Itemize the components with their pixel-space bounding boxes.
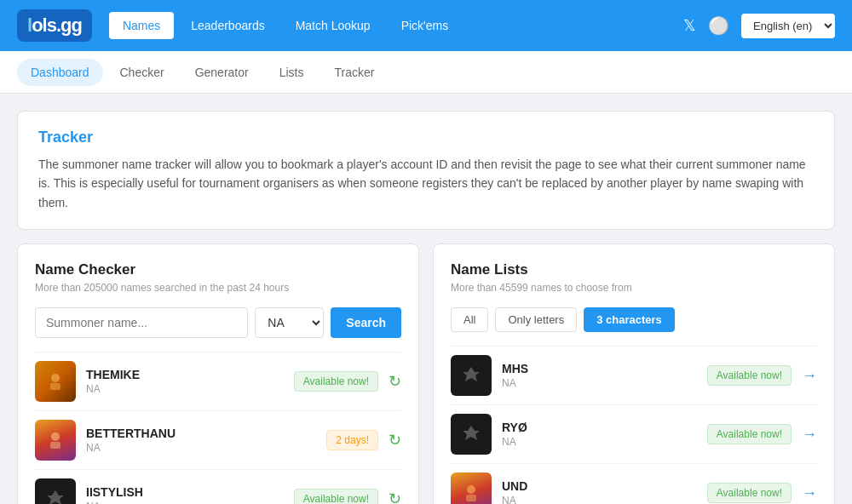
name-info-mhs: MHS NA	[502, 362, 697, 389]
reddit-icon[interactable]: ⚪	[708, 15, 729, 36]
status-available-themike: Available now!	[294, 371, 378, 392]
top-nav: lols.gg Names Leaderboards Match Lookup …	[0, 0, 852, 51]
nav-links: Names Leaderboards Match Lookup Pick'ems	[109, 12, 675, 39]
name-checker-item: IISTYLISH NA Available now! ↻	[35, 469, 401, 504]
tracker-title: Tracker	[38, 129, 814, 146]
subnav-lists[interactable]: Lists	[266, 59, 318, 86]
filter-row: All Only letters 3 characters	[451, 307, 817, 332]
name-region-ryo: NA	[502, 436, 697, 448]
name-info-betterthanu: BETTERTHANU NA	[86, 427, 316, 454]
name-checker-subtitle: More than 205000 names searched in the p…	[35, 282, 401, 294]
status-available-iistylish: Available now!	[294, 489, 378, 504]
nav-pickems[interactable]: Pick'ems	[388, 12, 463, 39]
name-text-und: UND	[502, 479, 697, 493]
sub-nav: Dashboard Checker Generator Lists Tracke…	[0, 51, 852, 94]
search-button[interactable]: Search	[331, 307, 401, 338]
subnav-tracker[interactable]: Tracker	[320, 59, 388, 86]
svg-point-2	[51, 432, 60, 441]
champion-avatar-themike	[35, 361, 76, 402]
name-lists-panel: Name Lists More than 45599 names to choo…	[433, 243, 835, 504]
champion-avatar-mhs	[451, 355, 492, 396]
svg-rect-1	[50, 383, 60, 390]
name-info-iistylish: IISTYLISH NA	[86, 485, 284, 504]
filter-only-letters[interactable]: Only letters	[495, 307, 577, 332]
champion-avatar-ryo	[451, 414, 492, 455]
champion-avatar-und	[451, 472, 492, 504]
name-text-mhs: MHS	[502, 362, 697, 375]
name-checker-item: BETTERTHANU NA 2 days! ↻	[35, 410, 401, 469]
refresh-icon-betterthanu[interactable]: ↻	[389, 431, 401, 450]
name-checker-item: THEMIKE NA Available now! ↻	[35, 352, 401, 410]
name-region-mhs: NA	[502, 377, 697, 389]
name-region-und: NA	[502, 495, 697, 504]
main-content: Tracker The summoner name tracker will a…	[0, 94, 852, 504]
svg-rect-3	[50, 442, 60, 449]
arrow-icon-mhs[interactable]: →	[802, 367, 817, 385]
name-list-item: RYØ NA Available now! →	[451, 404, 817, 463]
champion-avatar-betterthanu	[35, 420, 76, 461]
name-checker-search-row: NA EUW EUNE KR Search	[35, 307, 401, 338]
name-region-betterthanu: NA	[86, 442, 316, 454]
refresh-icon-themike[interactable]: ↻	[389, 372, 401, 391]
arrow-icon-und[interactable]: →	[802, 484, 817, 502]
name-info-ryo: RYØ NA	[502, 421, 697, 448]
tracker-description: The summoner name tracker will allow you…	[38, 155, 814, 212]
subnav-dashboard[interactable]: Dashboard	[17, 59, 103, 86]
filter-3-characters[interactable]: 3 characters	[584, 307, 675, 332]
status-available-ryo: Available now!	[707, 424, 792, 444]
name-lists-title: Name Lists	[451, 261, 817, 278]
nav-names[interactable]: Names	[109, 12, 174, 39]
nav-match-lookup[interactable]: Match Lookup	[282, 12, 384, 39]
language-select[interactable]: English (en)	[741, 14, 835, 38]
status-available-mhs: Available now!	[707, 365, 792, 386]
summoner-name-input[interactable]	[35, 307, 248, 338]
arrow-icon-ryo[interactable]: →	[802, 426, 817, 444]
name-checker-title: Name Checker	[35, 261, 401, 278]
status-available-und: Available now!	[707, 483, 792, 503]
name-text-betterthanu: BETTERTHANU	[86, 427, 316, 440]
site-logo[interactable]: lols.gg	[17, 9, 92, 42]
name-checker-panel: Name Checker More than 205000 names sear…	[17, 243, 419, 504]
refresh-icon-iistylish[interactable]: ↻	[389, 490, 401, 504]
two-column-layout: Name Checker More than 205000 names sear…	[17, 243, 835, 504]
subnav-checker[interactable]: Checker	[106, 59, 178, 86]
nav-leaderboards[interactable]: Leaderboards	[177, 12, 278, 39]
region-select[interactable]: NA EUW EUNE KR	[255, 307, 324, 338]
tracker-section: Tracker The summoner name tracker will a…	[17, 111, 835, 230]
name-info-und: UND NA	[502, 479, 697, 504]
name-info-themike: THEMIKE NA	[86, 368, 284, 395]
name-list-item: UND NA Available now! →	[451, 463, 817, 504]
svg-rect-5	[466, 495, 476, 501]
name-text-themike: THEMIKE	[86, 368, 284, 381]
subnav-generator[interactable]: Generator	[181, 59, 262, 86]
filter-all[interactable]: All	[451, 307, 488, 332]
name-lists-subtitle: More than 45599 names to choose from	[451, 282, 817, 294]
svg-point-0	[51, 374, 60, 382]
status-days-betterthanu: 2 days!	[326, 430, 378, 450]
name-text-iistylish: IISTYLISH	[86, 485, 284, 499]
name-text-ryo: RYØ	[502, 421, 697, 434]
champion-avatar-iistylish	[35, 478, 76, 504]
name-list-item: MHS NA Available now! →	[451, 346, 817, 404]
nav-right: 𝕏 ⚪ English (en)	[683, 14, 835, 38]
name-region-themike: NA	[86, 383, 284, 395]
twitter-icon[interactable]: 𝕏	[683, 16, 696, 35]
svg-point-4	[467, 485, 475, 494]
name-region-iistylish: NA	[86, 501, 284, 504]
